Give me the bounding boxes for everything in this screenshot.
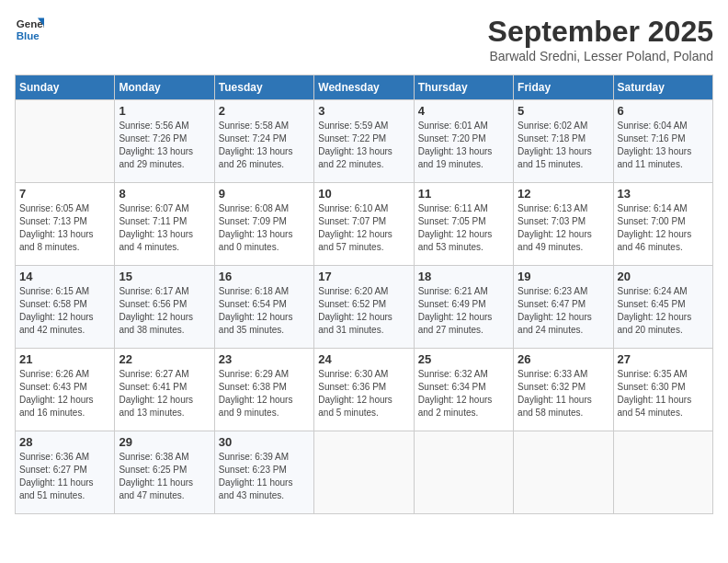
calendar-cell: 5Sunrise: 6:02 AM Sunset: 7:18 PM Daylig… <box>514 100 613 183</box>
logo-icon: General Blue <box>15 15 44 44</box>
page-header: General Blue September 2025 Barwald Sred… <box>15 15 713 63</box>
calendar-cell: 28Sunrise: 6:36 AM Sunset: 6:27 PM Dayli… <box>16 431 115 514</box>
calendar-cell <box>16 100 115 183</box>
calendar-cell: 29Sunrise: 6:38 AM Sunset: 6:25 PM Dayli… <box>115 431 214 514</box>
month-title: September 2025 <box>488 15 713 49</box>
day-info: Sunrise: 6:18 AM Sunset: 6:54 PM Dayligh… <box>219 285 310 337</box>
day-info: Sunrise: 6:08 AM Sunset: 7:09 PM Dayligh… <box>219 202 310 254</box>
calendar-week-row: 14Sunrise: 6:15 AM Sunset: 6:58 PM Dayli… <box>16 266 713 349</box>
logo: General Blue <box>15 15 44 44</box>
day-info: Sunrise: 5:58 AM Sunset: 7:24 PM Dayligh… <box>219 120 310 171</box>
day-info: Sunrise: 5:59 AM Sunset: 7:22 PM Dayligh… <box>318 120 409 171</box>
day-number: 11 <box>418 187 509 201</box>
calendar-cell: 13Sunrise: 6:14 AM Sunset: 7:00 PM Dayli… <box>613 183 712 266</box>
day-info: Sunrise: 6:36 AM Sunset: 6:27 PM Dayligh… <box>19 451 110 502</box>
calendar-week-row: 1Sunrise: 5:56 AM Sunset: 7:26 PM Daylig… <box>16 100 713 183</box>
day-number: 29 <box>119 435 210 449</box>
day-info: Sunrise: 6:20 AM Sunset: 6:52 PM Dayligh… <box>318 285 409 337</box>
day-info: Sunrise: 6:38 AM Sunset: 6:25 PM Dayligh… <box>119 451 210 502</box>
day-info: Sunrise: 6:05 AM Sunset: 7:13 PM Dayligh… <box>19 202 110 254</box>
calendar-week-row: 28Sunrise: 6:36 AM Sunset: 6:27 PM Dayli… <box>16 431 713 514</box>
calendar-cell: 14Sunrise: 6:15 AM Sunset: 6:58 PM Dayli… <box>16 266 115 349</box>
calendar-cell <box>613 431 712 514</box>
day-number: 1 <box>119 104 210 118</box>
calendar-cell: 25Sunrise: 6:32 AM Sunset: 6:34 PM Dayli… <box>414 349 513 431</box>
day-number: 12 <box>518 187 609 201</box>
calendar-cell: 11Sunrise: 6:11 AM Sunset: 7:05 PM Dayli… <box>414 183 513 266</box>
calendar-cell: 1Sunrise: 5:56 AM Sunset: 7:26 PM Daylig… <box>115 100 214 183</box>
day-info: Sunrise: 6:07 AM Sunset: 7:11 PM Dayligh… <box>119 202 210 254</box>
calendar-cell <box>414 431 513 514</box>
day-info: Sunrise: 6:24 AM Sunset: 6:45 PM Dayligh… <box>618 285 709 337</box>
calendar-body: 1Sunrise: 5:56 AM Sunset: 7:26 PM Daylig… <box>16 100 713 514</box>
day-number: 14 <box>19 270 110 283</box>
svg-text:Blue: Blue <box>17 30 40 41</box>
day-info: Sunrise: 6:14 AM Sunset: 7:00 PM Dayligh… <box>618 202 709 254</box>
day-number: 2 <box>219 104 310 118</box>
calendar-cell: 3Sunrise: 5:59 AM Sunset: 7:22 PM Daylig… <box>314 100 414 183</box>
calendar-day-header: Friday <box>514 75 613 100</box>
calendar-cell: 15Sunrise: 6:17 AM Sunset: 6:56 PM Dayli… <box>115 266 214 349</box>
day-info: Sunrise: 6:26 AM Sunset: 6:43 PM Dayligh… <box>19 368 110 419</box>
calendar-cell <box>514 431 613 514</box>
calendar-day-header: Monday <box>115 75 214 100</box>
day-info: Sunrise: 6:02 AM Sunset: 7:18 PM Dayligh… <box>518 120 609 171</box>
calendar-cell: 27Sunrise: 6:35 AM Sunset: 6:30 PM Dayli… <box>613 349 712 431</box>
day-number: 3 <box>318 104 409 118</box>
day-info: Sunrise: 6:29 AM Sunset: 6:38 PM Dayligh… <box>219 368 310 419</box>
calendar-cell: 30Sunrise: 6:39 AM Sunset: 6:23 PM Dayli… <box>214 431 313 514</box>
calendar-cell: 21Sunrise: 6:26 AM Sunset: 6:43 PM Dayli… <box>16 349 115 431</box>
day-number: 6 <box>618 104 709 118</box>
calendar-day-header: Thursday <box>414 75 513 100</box>
day-number: 15 <box>119 270 210 283</box>
day-number: 5 <box>518 104 609 118</box>
calendar-cell: 10Sunrise: 6:10 AM Sunset: 7:07 PM Dayli… <box>314 183 414 266</box>
calendar-cell: 18Sunrise: 6:21 AM Sunset: 6:49 PM Dayli… <box>414 266 513 349</box>
calendar-week-row: 7Sunrise: 6:05 AM Sunset: 7:13 PM Daylig… <box>16 183 713 266</box>
day-info: Sunrise: 6:30 AM Sunset: 6:36 PM Dayligh… <box>318 368 409 419</box>
day-info: Sunrise: 6:10 AM Sunset: 7:07 PM Dayligh… <box>318 202 409 254</box>
day-info: Sunrise: 6:15 AM Sunset: 6:58 PM Dayligh… <box>19 285 110 337</box>
day-info: Sunrise: 6:11 AM Sunset: 7:05 PM Dayligh… <box>418 202 509 254</box>
day-number: 30 <box>219 435 310 449</box>
calendar-cell <box>314 431 414 514</box>
day-info: Sunrise: 6:01 AM Sunset: 7:20 PM Dayligh… <box>418 120 509 171</box>
calendar-cell: 7Sunrise: 6:05 AM Sunset: 7:13 PM Daylig… <box>16 183 115 266</box>
calendar-day-header: Wednesday <box>314 75 414 100</box>
calendar-cell: 20Sunrise: 6:24 AM Sunset: 6:45 PM Dayli… <box>613 266 712 349</box>
day-info: Sunrise: 6:35 AM Sunset: 6:30 PM Dayligh… <box>618 368 709 419</box>
day-number: 26 <box>518 352 609 366</box>
day-info: Sunrise: 6:17 AM Sunset: 6:56 PM Dayligh… <box>119 285 210 337</box>
calendar-table: SundayMondayTuesdayWednesdayThursdayFrid… <box>15 75 713 514</box>
day-info: Sunrise: 6:13 AM Sunset: 7:03 PM Dayligh… <box>518 202 609 254</box>
day-number: 7 <box>19 187 110 201</box>
calendar-cell: 22Sunrise: 6:27 AM Sunset: 6:41 PM Dayli… <box>115 349 214 431</box>
day-number: 10 <box>318 187 409 201</box>
day-info: Sunrise: 6:39 AM Sunset: 6:23 PM Dayligh… <box>219 451 310 502</box>
day-number: 19 <box>518 270 609 283</box>
calendar-cell: 26Sunrise: 6:33 AM Sunset: 6:32 PM Dayli… <box>514 349 613 431</box>
day-info: Sunrise: 6:21 AM Sunset: 6:49 PM Dayligh… <box>418 285 509 337</box>
day-number: 21 <box>19 352 110 366</box>
day-number: 8 <box>119 187 210 201</box>
day-info: Sunrise: 6:23 AM Sunset: 6:47 PM Dayligh… <box>518 285 609 337</box>
calendar-header-row: SundayMondayTuesdayWednesdayThursdayFrid… <box>16 75 713 100</box>
title-area: September 2025 Barwald Sredni, Lesser Po… <box>488 15 713 63</box>
day-number: 9 <box>219 187 310 201</box>
day-number: 28 <box>19 435 110 449</box>
calendar-cell: 6Sunrise: 6:04 AM Sunset: 7:16 PM Daylig… <box>613 100 712 183</box>
day-number: 18 <box>418 270 509 283</box>
calendar-cell: 23Sunrise: 6:29 AM Sunset: 6:38 PM Dayli… <box>214 349 313 431</box>
day-info: Sunrise: 6:27 AM Sunset: 6:41 PM Dayligh… <box>119 368 210 419</box>
calendar-day-header: Sunday <box>16 75 115 100</box>
calendar-cell: 17Sunrise: 6:20 AM Sunset: 6:52 PM Dayli… <box>314 266 414 349</box>
day-number: 17 <box>318 270 409 283</box>
day-number: 16 <box>219 270 310 283</box>
calendar-cell: 12Sunrise: 6:13 AM Sunset: 7:03 PM Dayli… <box>514 183 613 266</box>
day-info: Sunrise: 5:56 AM Sunset: 7:26 PM Dayligh… <box>119 120 210 171</box>
calendar-week-row: 21Sunrise: 6:26 AM Sunset: 6:43 PM Dayli… <box>16 349 713 431</box>
day-number: 13 <box>618 187 709 201</box>
calendar-cell: 24Sunrise: 6:30 AM Sunset: 6:36 PM Dayli… <box>314 349 414 431</box>
day-number: 20 <box>618 270 709 283</box>
calendar-cell: 16Sunrise: 6:18 AM Sunset: 6:54 PM Dayli… <box>214 266 313 349</box>
